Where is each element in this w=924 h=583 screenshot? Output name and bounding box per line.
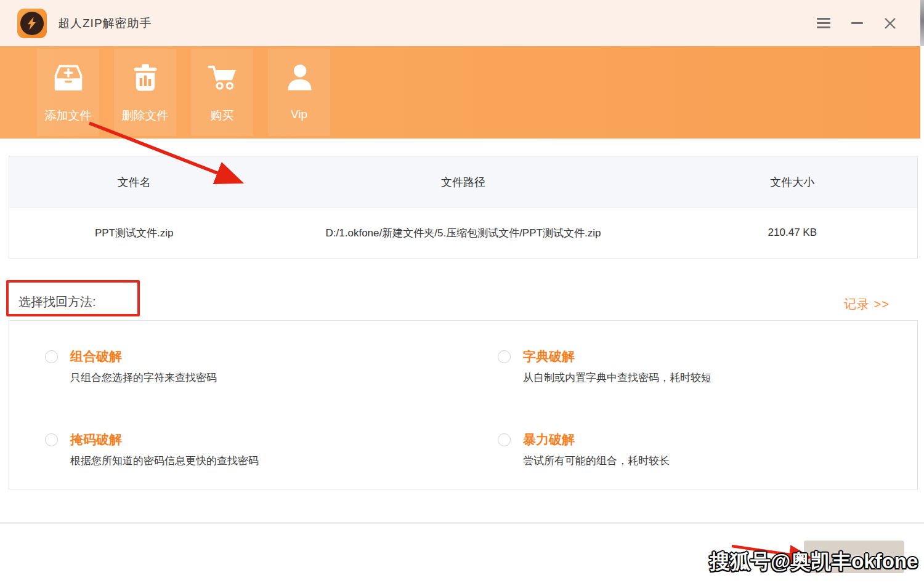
window-controls xyxy=(816,0,898,46)
option-combination-crack[interactable]: 组合破解 只组合您选择的字符来查找密码 xyxy=(45,348,217,385)
background-window-edge xyxy=(920,0,924,46)
option-description: 只组合您选择的字符来查找密码 xyxy=(70,371,217,385)
records-link[interactable]: 记录 >> xyxy=(844,296,890,313)
user-icon xyxy=(283,62,315,94)
option-description: 根据您所知道的密码信息更快的查找密码 xyxy=(70,454,259,468)
next-step-button[interactable]: 下一步 xyxy=(804,541,904,573)
app-logo-icon xyxy=(17,9,47,38)
toolbar: 添加文件 删除文件 购买 Vip xyxy=(0,46,920,139)
option-mask-crack[interactable]: 掩码破解 根据您所知道的密码信息更快的查找密码 xyxy=(45,431,259,468)
annotation-arrow-next-button xyxy=(732,546,807,557)
option-title: 组合破解 xyxy=(70,348,217,365)
option-title: 字典破解 xyxy=(523,348,711,365)
title-bar: 超人ZIP解密助手 xyxy=(0,0,920,46)
column-header-filepath: 文件路径 xyxy=(259,175,667,190)
column-header-filename: 文件名 xyxy=(9,175,259,190)
buy-button[interactable]: 购买 xyxy=(191,49,253,136)
radio-mask-crack[interactable] xyxy=(45,433,58,446)
cell-filepath: D:/1.okfone/新建文件夹/5.压缩包测试文件/PPT测试文件.zip xyxy=(259,226,667,240)
tool-label: 删除文件 xyxy=(122,108,169,124)
add-file-button[interactable]: 添加文件 xyxy=(37,49,99,136)
cell-filesize: 210.47 KB xyxy=(668,227,917,239)
radio-dictionary-crack[interactable] xyxy=(498,350,511,363)
option-title: 暴力破解 xyxy=(523,431,670,448)
tool-label: 购买 xyxy=(211,108,234,124)
delete-file-icon xyxy=(129,62,161,94)
option-title: 掩码破解 xyxy=(70,431,259,448)
recovery-options-panel: 组合破解 只组合您选择的字符来查找密码 字典破解 从自制或内置字典中查找密码，耗… xyxy=(9,320,918,489)
file-table: 文件名 文件路径 文件大小 PPT测试文件.zip D:/1.okfone/新建… xyxy=(9,156,918,259)
option-bruteforce-crack[interactable]: 暴力破解 尝试所有可能的组合，耗时较长 xyxy=(498,431,670,468)
add-file-icon xyxy=(52,62,84,94)
radio-bruteforce-crack[interactable] xyxy=(498,433,511,446)
lightning-bolt-icon xyxy=(20,12,44,35)
minimize-icon[interactable] xyxy=(849,15,865,31)
window-title: 超人ZIP解密助手 xyxy=(58,15,152,31)
vip-button[interactable]: Vip xyxy=(268,49,330,136)
column-header-filesize: 文件大小 xyxy=(668,175,917,190)
close-icon[interactable] xyxy=(882,15,898,31)
radio-combination-crack[interactable] xyxy=(45,350,58,363)
menu-icon[interactable] xyxy=(816,15,832,31)
tool-label: Vip xyxy=(291,108,307,121)
option-description: 尝试所有可能的组合，耗时较长 xyxy=(523,454,670,468)
option-dictionary-crack[interactable]: 字典破解 从自制或内置字典中查找密码，耗时较短 xyxy=(498,348,711,385)
cell-filename: PPT测试文件.zip xyxy=(9,226,259,240)
delete-file-button[interactable]: 删除文件 xyxy=(114,49,176,136)
method-section-label: 选择找回方法: xyxy=(18,294,96,310)
tool-label: 添加文件 xyxy=(45,108,92,124)
shopping-cart-icon xyxy=(206,62,238,94)
table-row[interactable]: PPT测试文件.zip D:/1.okfone/新建文件夹/5.压缩包测试文件/… xyxy=(9,208,917,257)
footer-divider xyxy=(0,522,924,524)
option-description: 从自制或内置字典中查找密码，耗时较短 xyxy=(523,371,711,385)
file-table-header: 文件名 文件路径 文件大小 xyxy=(9,156,917,208)
